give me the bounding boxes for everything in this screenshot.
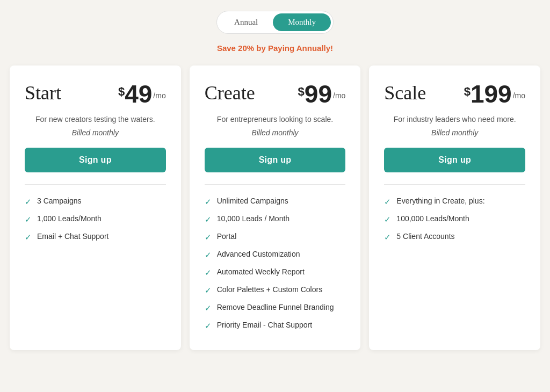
list-item: ✓ Advanced Customization [205, 250, 346, 260]
plan-name-scale: Scale [384, 82, 426, 104]
list-item: ✓ 10,000 Leads / Month [205, 214, 346, 224]
check-icon: ✓ [384, 233, 391, 242]
price-period-start: /mo [153, 91, 165, 100]
plan-price-create: $ 99 /mo [298, 82, 346, 106]
plan-description-create: For entrepreneurs looking to scale. [205, 114, 346, 125]
check-icon: ✓ [384, 197, 391, 207]
price-amount-start: 49 [125, 82, 152, 106]
save-banner: Save 20% by Paying Annually! [217, 43, 333, 53]
check-icon: ✓ [205, 215, 212, 224]
plan-card-create: Create $ 99 /mo For entrepreneurs lookin… [190, 66, 361, 350]
feature-label: Unlimited Campaigns [217, 197, 288, 205]
price-amount-create: 99 [305, 82, 332, 106]
plan-billing-create: Billed monthly [205, 128, 346, 137]
divider-create [205, 184, 346, 185]
features-list-create: ✓ Unlimited Campaigns ✓ 10,000 Leads / M… [205, 197, 346, 331]
list-item: ✓ Everything in Create, plus: [384, 197, 525, 207]
check-icon: ✓ [205, 197, 212, 207]
check-icon: ✓ [25, 197, 32, 207]
price-dollar-create: $ [298, 85, 305, 99]
list-item: ✓ Priority Email - Chat Support [205, 321, 346, 331]
plan-card-start: Start $ 49 /mo For new creators testing … [10, 66, 181, 350]
divider-start [25, 184, 166, 185]
plan-name-start: Start [25, 82, 61, 104]
price-period-scale: /mo [513, 91, 525, 100]
price-amount-scale: 199 [471, 82, 512, 106]
price-dollar-start: $ [118, 85, 125, 99]
plan-header-scale: Scale $ 199 /mo [384, 82, 525, 106]
check-icon: ✓ [25, 233, 32, 242]
feature-label: Color Palettes + Custom Colors [217, 285, 322, 294]
feature-label: Portal [217, 232, 237, 241]
plan-header-create: Create $ 99 /mo [205, 82, 346, 106]
feature-label: 5 Client Accounts [396, 232, 454, 241]
check-icon: ✓ [205, 286, 212, 295]
plan-billing-scale: Billed monthly [384, 128, 525, 137]
list-item: ✓ Unlimited Campaigns [205, 197, 346, 207]
features-list-start: ✓ 3 Campaigns ✓ 1,000 Leads/Month ✓ Emai… [25, 197, 166, 242]
check-icon: ✓ [205, 250, 212, 260]
list-item: ✓ 100,000 Leads/Month [384, 214, 525, 224]
feature-label: 10,000 Leads / Month [217, 214, 290, 223]
plan-description-scale: For industry leaders who need more. [384, 114, 525, 125]
signup-button-create[interactable]: Sign up [205, 148, 346, 172]
list-item: ✓ Portal [205, 232, 346, 242]
plan-billing-start: Billed monthly [25, 128, 166, 137]
list-item: ✓ Automated Weekly Report [205, 267, 346, 278]
list-item: ✓ Email + Chat Support [25, 232, 166, 242]
list-item: ✓ Color Palettes + Custom Colors [205, 285, 346, 295]
list-item: ✓ 1,000 Leads/Month [25, 214, 166, 224]
price-dollar-scale: $ [464, 85, 471, 99]
annual-toggle-btn[interactable]: Annual [219, 13, 273, 31]
billing-toggle[interactable]: Annual Monthly [216, 11, 334, 34]
check-icon: ✓ [205, 233, 212, 242]
plan-description-start: For new creators testing the waters. [25, 114, 166, 125]
feature-label: Advanced Customization [217, 250, 300, 258]
feature-label: Everything in Create, plus: [396, 197, 484, 205]
check-icon: ✓ [205, 268, 212, 278]
monthly-toggle-btn[interactable]: Monthly [273, 13, 331, 31]
plan-price-scale: $ 199 /mo [464, 82, 525, 106]
plans-container: Start $ 49 /mo For new creators testing … [0, 66, 550, 350]
check-icon: ✓ [205, 321, 212, 331]
signup-button-scale[interactable]: Sign up [384, 148, 525, 172]
plan-price-start: $ 49 /mo [118, 82, 166, 106]
signup-button-start[interactable]: Sign up [25, 148, 166, 172]
feature-label: Email + Chat Support [37, 232, 108, 241]
list-item: ✓ 3 Campaigns [25, 197, 166, 207]
plan-card-scale: Scale $ 199 /mo For industry leaders who… [369, 66, 540, 350]
feature-label: Priority Email - Chat Support [217, 321, 312, 329]
features-list-scale: ✓ Everything in Create, plus: ✓ 100,000 … [384, 197, 525, 242]
feature-label: 3 Campaigns [37, 197, 82, 205]
feature-label: Remove Deadline Funnel Branding [217, 303, 334, 311]
divider-scale [384, 184, 525, 185]
feature-label: 1,000 Leads/Month [37, 214, 102, 223]
feature-label: 100,000 Leads/Month [396, 214, 469, 223]
list-item: ✓ 5 Client Accounts [384, 232, 525, 242]
plan-name-create: Create [205, 82, 255, 104]
list-item: ✓ Remove Deadline Funnel Branding [205, 303, 346, 313]
plan-header-start: Start $ 49 /mo [25, 82, 166, 106]
check-icon: ✓ [384, 215, 391, 224]
check-icon: ✓ [25, 215, 32, 224]
check-icon: ✓ [205, 303, 212, 313]
feature-label: Automated Weekly Report [217, 267, 305, 276]
price-period-create: /mo [333, 91, 345, 100]
